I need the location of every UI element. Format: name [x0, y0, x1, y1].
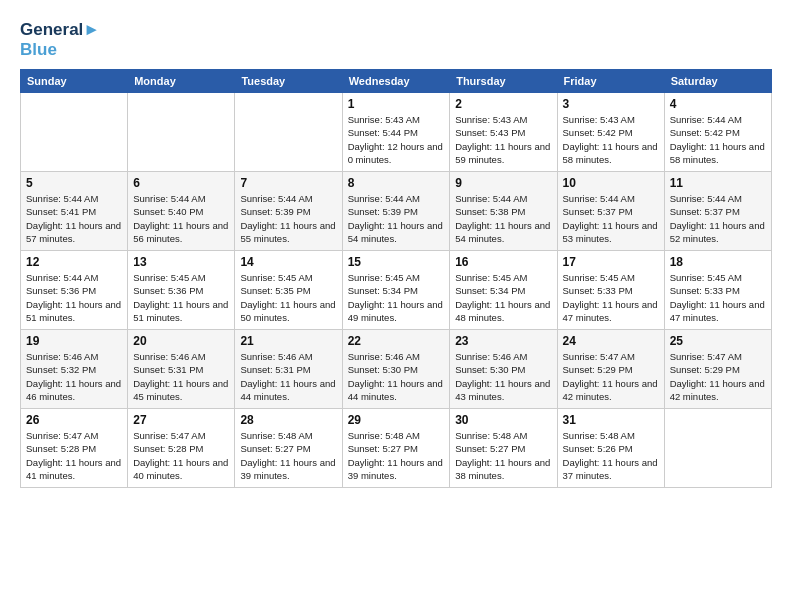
- day-number: 28: [240, 413, 336, 427]
- day-number: 3: [563, 97, 659, 111]
- day-detail: Sunrise: 5:47 AM Sunset: 5:28 PM Dayligh…: [133, 429, 229, 482]
- day-detail: Sunrise: 5:45 AM Sunset: 5:33 PM Dayligh…: [670, 271, 766, 324]
- day-cell: 4Sunrise: 5:44 AM Sunset: 5:42 PM Daylig…: [664, 93, 771, 172]
- week-row-2: 5Sunrise: 5:44 AM Sunset: 5:41 PM Daylig…: [21, 172, 772, 251]
- col-header-wednesday: Wednesday: [342, 70, 450, 93]
- day-number: 12: [26, 255, 122, 269]
- day-cell: 29Sunrise: 5:48 AM Sunset: 5:27 PM Dayli…: [342, 409, 450, 488]
- day-detail: Sunrise: 5:46 AM Sunset: 5:31 PM Dayligh…: [240, 350, 336, 403]
- calendar-table: SundayMondayTuesdayWednesdayThursdayFrid…: [20, 69, 772, 488]
- col-header-monday: Monday: [128, 70, 235, 93]
- day-detail: Sunrise: 5:47 AM Sunset: 5:29 PM Dayligh…: [563, 350, 659, 403]
- day-number: 7: [240, 176, 336, 190]
- logo-blue: ►: [83, 20, 100, 39]
- day-cell: 7Sunrise: 5:44 AM Sunset: 5:39 PM Daylig…: [235, 172, 342, 251]
- header: General► Blue: [20, 20, 772, 59]
- col-header-friday: Friday: [557, 70, 664, 93]
- week-row-5: 26Sunrise: 5:47 AM Sunset: 5:28 PM Dayli…: [21, 409, 772, 488]
- day-detail: Sunrise: 5:45 AM Sunset: 5:36 PM Dayligh…: [133, 271, 229, 324]
- day-number: 10: [563, 176, 659, 190]
- day-cell: 20Sunrise: 5:46 AM Sunset: 5:31 PM Dayli…: [128, 330, 235, 409]
- day-detail: Sunrise: 5:46 AM Sunset: 5:30 PM Dayligh…: [455, 350, 551, 403]
- day-cell: [235, 93, 342, 172]
- week-row-1: 1Sunrise: 5:43 AM Sunset: 5:44 PM Daylig…: [21, 93, 772, 172]
- day-number: 6: [133, 176, 229, 190]
- day-cell: 3Sunrise: 5:43 AM Sunset: 5:42 PM Daylig…: [557, 93, 664, 172]
- day-cell: 25Sunrise: 5:47 AM Sunset: 5:29 PM Dayli…: [664, 330, 771, 409]
- day-number: 18: [670, 255, 766, 269]
- day-cell: 26Sunrise: 5:47 AM Sunset: 5:28 PM Dayli…: [21, 409, 128, 488]
- day-number: 27: [133, 413, 229, 427]
- day-detail: Sunrise: 5:44 AM Sunset: 5:38 PM Dayligh…: [455, 192, 551, 245]
- day-number: 23: [455, 334, 551, 348]
- day-cell: 11Sunrise: 5:44 AM Sunset: 5:37 PM Dayli…: [664, 172, 771, 251]
- day-detail: Sunrise: 5:44 AM Sunset: 5:39 PM Dayligh…: [240, 192, 336, 245]
- day-cell: 27Sunrise: 5:47 AM Sunset: 5:28 PM Dayli…: [128, 409, 235, 488]
- day-number: 26: [26, 413, 122, 427]
- day-number: 16: [455, 255, 551, 269]
- day-cell: 10Sunrise: 5:44 AM Sunset: 5:37 PM Dayli…: [557, 172, 664, 251]
- day-detail: Sunrise: 5:46 AM Sunset: 5:30 PM Dayligh…: [348, 350, 445, 403]
- day-cell: 5Sunrise: 5:44 AM Sunset: 5:41 PM Daylig…: [21, 172, 128, 251]
- day-detail: Sunrise: 5:44 AM Sunset: 5:37 PM Dayligh…: [563, 192, 659, 245]
- day-detail: Sunrise: 5:48 AM Sunset: 5:27 PM Dayligh…: [455, 429, 551, 482]
- day-number: 20: [133, 334, 229, 348]
- day-number: 9: [455, 176, 551, 190]
- day-number: 1: [348, 97, 445, 111]
- day-detail: Sunrise: 5:47 AM Sunset: 5:29 PM Dayligh…: [670, 350, 766, 403]
- week-row-3: 12Sunrise: 5:44 AM Sunset: 5:36 PM Dayli…: [21, 251, 772, 330]
- day-cell: 6Sunrise: 5:44 AM Sunset: 5:40 PM Daylig…: [128, 172, 235, 251]
- day-number: 29: [348, 413, 445, 427]
- day-cell: [128, 93, 235, 172]
- day-cell: 31Sunrise: 5:48 AM Sunset: 5:26 PM Dayli…: [557, 409, 664, 488]
- day-number: 22: [348, 334, 445, 348]
- day-number: 2: [455, 97, 551, 111]
- day-detail: Sunrise: 5:45 AM Sunset: 5:35 PM Dayligh…: [240, 271, 336, 324]
- day-cell: 16Sunrise: 5:45 AM Sunset: 5:34 PM Dayli…: [450, 251, 557, 330]
- calendar-header-row: SundayMondayTuesdayWednesdayThursdayFrid…: [21, 70, 772, 93]
- day-number: 14: [240, 255, 336, 269]
- day-number: 21: [240, 334, 336, 348]
- week-row-4: 19Sunrise: 5:46 AM Sunset: 5:32 PM Dayli…: [21, 330, 772, 409]
- day-number: 8: [348, 176, 445, 190]
- day-cell: 24Sunrise: 5:47 AM Sunset: 5:29 PM Dayli…: [557, 330, 664, 409]
- day-number: 24: [563, 334, 659, 348]
- logo-blue-text: Blue: [20, 40, 57, 59]
- day-number: 31: [563, 413, 659, 427]
- day-cell: 2Sunrise: 5:43 AM Sunset: 5:43 PM Daylig…: [450, 93, 557, 172]
- day-detail: Sunrise: 5:44 AM Sunset: 5:41 PM Dayligh…: [26, 192, 122, 245]
- col-header-sunday: Sunday: [21, 70, 128, 93]
- day-cell: 30Sunrise: 5:48 AM Sunset: 5:27 PM Dayli…: [450, 409, 557, 488]
- day-cell: 28Sunrise: 5:48 AM Sunset: 5:27 PM Dayli…: [235, 409, 342, 488]
- day-number: 5: [26, 176, 122, 190]
- day-detail: Sunrise: 5:46 AM Sunset: 5:32 PM Dayligh…: [26, 350, 122, 403]
- day-cell: 9Sunrise: 5:44 AM Sunset: 5:38 PM Daylig…: [450, 172, 557, 251]
- day-cell: 12Sunrise: 5:44 AM Sunset: 5:36 PM Dayli…: [21, 251, 128, 330]
- day-cell: [21, 93, 128, 172]
- day-cell: 22Sunrise: 5:46 AM Sunset: 5:30 PM Dayli…: [342, 330, 450, 409]
- page: General► Blue SundayMondayTuesdayWednesd…: [0, 0, 792, 498]
- day-number: 19: [26, 334, 122, 348]
- day-detail: Sunrise: 5:48 AM Sunset: 5:26 PM Dayligh…: [563, 429, 659, 482]
- day-cell: 8Sunrise: 5:44 AM Sunset: 5:39 PM Daylig…: [342, 172, 450, 251]
- day-detail: Sunrise: 5:44 AM Sunset: 5:40 PM Dayligh…: [133, 192, 229, 245]
- day-detail: Sunrise: 5:43 AM Sunset: 5:43 PM Dayligh…: [455, 113, 551, 166]
- day-cell: 21Sunrise: 5:46 AM Sunset: 5:31 PM Dayli…: [235, 330, 342, 409]
- logo: General► Blue: [20, 20, 100, 59]
- col-header-tuesday: Tuesday: [235, 70, 342, 93]
- day-detail: Sunrise: 5:44 AM Sunset: 5:39 PM Dayligh…: [348, 192, 445, 245]
- col-header-saturday: Saturday: [664, 70, 771, 93]
- day-cell: 13Sunrise: 5:45 AM Sunset: 5:36 PM Dayli…: [128, 251, 235, 330]
- day-detail: Sunrise: 5:45 AM Sunset: 5:33 PM Dayligh…: [563, 271, 659, 324]
- day-detail: Sunrise: 5:44 AM Sunset: 5:36 PM Dayligh…: [26, 271, 122, 324]
- day-detail: Sunrise: 5:45 AM Sunset: 5:34 PM Dayligh…: [348, 271, 445, 324]
- day-detail: Sunrise: 5:46 AM Sunset: 5:31 PM Dayligh…: [133, 350, 229, 403]
- day-cell: [664, 409, 771, 488]
- day-cell: 19Sunrise: 5:46 AM Sunset: 5:32 PM Dayli…: [21, 330, 128, 409]
- day-cell: 17Sunrise: 5:45 AM Sunset: 5:33 PM Dayli…: [557, 251, 664, 330]
- day-number: 25: [670, 334, 766, 348]
- day-detail: Sunrise: 5:47 AM Sunset: 5:28 PM Dayligh…: [26, 429, 122, 482]
- col-header-thursday: Thursday: [450, 70, 557, 93]
- day-number: 30: [455, 413, 551, 427]
- day-detail: Sunrise: 5:43 AM Sunset: 5:42 PM Dayligh…: [563, 113, 659, 166]
